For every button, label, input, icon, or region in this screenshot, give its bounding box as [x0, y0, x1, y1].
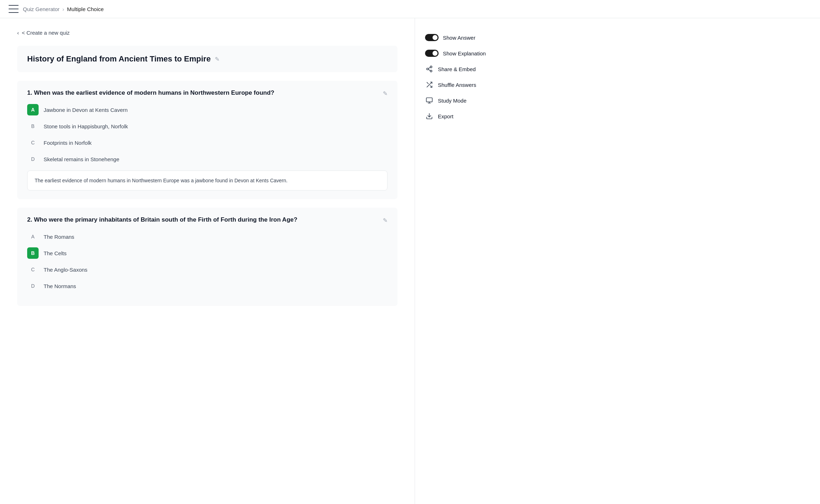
answer-option-1-D[interactable]: D Skeletal remains in Stonehenge — [27, 153, 387, 165]
svg-line-3 — [428, 69, 430, 70]
answer-label-1-C: C — [27, 137, 39, 148]
breadcrumb-current: Multiple Choice — [67, 6, 104, 12]
topnav: Quiz Generator › Multiple Choice — [0, 0, 820, 18]
answer-label-2-B: B — [27, 247, 39, 259]
shuffle-icon — [425, 81, 434, 88]
answer-option-1-A[interactable]: A Jawbone in Devon at Kents Cavern — [27, 104, 387, 115]
answer-text-1-A: Jawbone in Devon at Kents Cavern — [44, 107, 128, 113]
shuffle-answers-label: Shuffle Answers — [438, 82, 476, 88]
show-explanation-toggle-icon[interactable] — [425, 50, 439, 57]
question-card-1: 1. When was the earliest evidence of mod… — [17, 81, 397, 199]
question-2-edit-icon[interactable]: ✎ — [383, 217, 387, 224]
answer-text-2-B: The Celts — [44, 250, 66, 256]
export-label: Export — [438, 113, 453, 119]
back-arrow-icon: ‹ — [17, 30, 19, 36]
svg-line-4 — [428, 67, 430, 68]
answer-option-1-C[interactable]: C Footprints in Norfolk — [27, 137, 387, 148]
question-text-1: 1. When was the earliest evidence of mod… — [27, 89, 383, 97]
content-area: ‹ < Create a new quiz History of England… — [0, 18, 415, 504]
answer-text-2-C: The Anglo-Saxons — [44, 267, 88, 273]
explanation-text-1: The earliest evidence of modern humans i… — [35, 177, 380, 184]
question-1-edit-icon[interactable]: ✎ — [383, 90, 387, 97]
answer-option-2-C[interactable]: C The Anglo-Saxons — [27, 264, 387, 275]
answer-text-1-C: Footprints in Norfolk — [44, 140, 92, 146]
breadcrumb-separator: › — [63, 6, 64, 12]
answer-label-1-D: D — [27, 153, 39, 165]
question-header-2: 2. Who were the primary inhabitants of B… — [27, 216, 387, 224]
sidebar-item-show-answer[interactable]: Show Answer — [425, 30, 519, 45]
answer-option-2-A[interactable]: A The Romans — [27, 231, 387, 242]
back-link[interactable]: ‹ < Create a new quiz — [17, 30, 397, 36]
sidebar-item-export[interactable]: Export — [425, 108, 519, 124]
question-card-2: 2. Who were the primary inhabitants of B… — [17, 208, 397, 306]
share-embed-label: Share & Embed — [438, 66, 476, 72]
answer-option-2-B[interactable]: B The Celts — [27, 247, 387, 259]
show-explanation-label: Show Explanation — [443, 50, 486, 56]
export-icon — [425, 113, 434, 120]
breadcrumb: Quiz Generator › Multiple Choice — [23, 6, 104, 12]
back-link-label: < Create a new quiz — [22, 30, 70, 36]
study-mode-icon — [425, 97, 434, 104]
quiz-title-block: History of England from Ancient Times to… — [17, 46, 397, 72]
answer-label-2-A: A — [27, 231, 39, 242]
sidebar-item-show-explanation[interactable]: Show Explanation — [425, 45, 519, 61]
breadcrumb-parent[interactable]: Quiz Generator — [23, 6, 60, 12]
answer-options-1: A Jawbone in Devon at Kents Cavern B Sto… — [27, 104, 387, 165]
svg-line-7 — [427, 82, 428, 84]
answer-text-1-B: Stone tools in Happisburgh, Norfolk — [44, 123, 128, 129]
answer-text-1-D: Skeletal remains in Stonehenge — [44, 156, 119, 162]
answer-label-2-D: D — [27, 280, 39, 292]
sidebar-item-shuffle-answers[interactable]: Shuffle Answers — [425, 77, 519, 93]
share-icon — [425, 65, 434, 73]
answer-option-1-B[interactable]: B Stone tools in Happisburgh, Norfolk — [27, 120, 387, 132]
sidebar-item-study-mode[interactable]: Study Mode — [425, 93, 519, 108]
quiz-title-edit-icon[interactable]: ✎ — [215, 56, 219, 63]
answer-text-2-A: The Romans — [44, 234, 74, 240]
answer-options-2: A The Romans B The Celts C The Anglo-Sax… — [27, 231, 387, 292]
answer-label-1-A: A — [27, 104, 39, 115]
answer-option-2-D[interactable]: D The Normans — [27, 280, 387, 292]
explanation-box-1: The earliest evidence of modern humans i… — [27, 171, 387, 191]
quiz-title: History of England from Ancient Times to… — [27, 54, 211, 64]
question-header-1: 1. When was the earliest evidence of mod… — [27, 89, 387, 97]
sidebar-item-share-embed[interactable]: Share & Embed — [425, 61, 519, 77]
study-mode-label: Study Mode — [438, 98, 466, 104]
show-answer-label: Show Answer — [443, 35, 475, 41]
show-answer-toggle-icon[interactable] — [425, 34, 439, 41]
question-text-2: 2. Who were the primary inhabitants of B… — [27, 216, 383, 223]
svg-rect-8 — [426, 98, 433, 102]
sidebar: Show Answer Show Explanation Share & Emb… — [415, 18, 529, 504]
answer-label-2-C: C — [27, 264, 39, 275]
sidebar-toggle[interactable] — [9, 5, 19, 13]
answer-text-2-D: The Normans — [44, 283, 76, 289]
main-layout: ‹ < Create a new quiz History of England… — [0, 18, 820, 504]
answer-label-1-B: B — [27, 120, 39, 132]
